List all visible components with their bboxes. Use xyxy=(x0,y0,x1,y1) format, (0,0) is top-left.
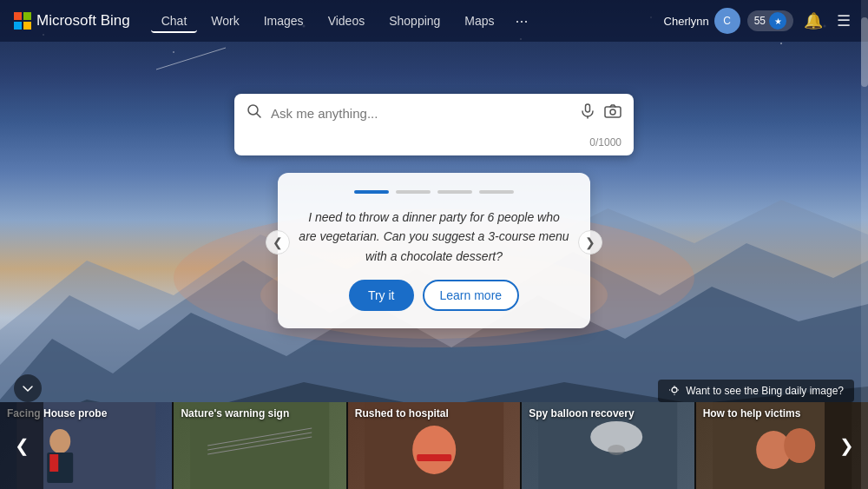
nav-maps[interactable]: Maps xyxy=(454,9,504,33)
points-value: 55 xyxy=(754,15,766,27)
search-input-row xyxy=(234,94,634,133)
nav-chat[interactable]: Chat xyxy=(151,9,198,33)
daily-image-label: Want to see the Bing daily image? xyxy=(686,385,844,397)
card-next-button[interactable]: ❯ xyxy=(578,230,602,254)
suggestion-card-wrapper: I need to throw a dinner party for 6 peo… xyxy=(278,155,590,328)
suggestion-card: I need to throw a dinner party for 6 peo… xyxy=(278,173,590,328)
nav-images[interactable]: Images xyxy=(253,9,314,33)
news-title-4: Spy balloon recovery xyxy=(529,407,687,420)
scroll-down-button[interactable] xyxy=(14,374,42,402)
news-title-2: Nature's warning sign xyxy=(181,407,339,420)
card-prev-button[interactable]: ❮ xyxy=(266,230,290,254)
search-icon xyxy=(247,103,262,123)
logo-text: Microsoft Bing xyxy=(36,12,130,30)
svg-point-20 xyxy=(610,109,615,115)
scrollbar[interactable] xyxy=(861,0,868,489)
nav-links: Chat Work Images Videos Shopping Maps ··… xyxy=(151,9,664,34)
search-actions xyxy=(580,102,621,124)
user-area[interactable]: Cherlynn C xyxy=(664,8,740,34)
svg-point-21 xyxy=(672,387,677,393)
logo-area[interactable]: Microsoft Bing xyxy=(14,12,130,30)
points-badge[interactable]: 55 ★ xyxy=(747,10,793,31)
menu-icon[interactable]: ☰ xyxy=(833,8,854,34)
nav-shopping[interactable]: Shopping xyxy=(378,9,450,33)
dot-2 xyxy=(396,190,431,194)
card-buttons: Try it Learn more xyxy=(299,280,569,311)
news-title-3: Rushed to hospital xyxy=(355,407,513,420)
more-nav-icon[interactable]: ··· xyxy=(509,9,536,34)
svg-rect-17 xyxy=(586,104,590,112)
reward-icon: ★ xyxy=(769,12,786,30)
dot-4 xyxy=(479,190,514,194)
svg-point-38 xyxy=(784,428,815,463)
svg-point-31 xyxy=(412,426,456,474)
notifications-icon[interactable]: 🔔 xyxy=(800,8,826,34)
learn-more-button[interactable]: Learn more xyxy=(423,280,520,311)
news-prev-button[interactable]: ❮ xyxy=(0,402,43,489)
search-counter: 0/1000 xyxy=(234,133,634,155)
mic-icon[interactable] xyxy=(580,103,595,123)
avatar: C xyxy=(714,8,740,34)
svg-rect-19 xyxy=(605,107,621,117)
location-icon xyxy=(668,385,681,397)
dot-1 xyxy=(354,190,389,194)
dot-3 xyxy=(437,190,472,194)
svg-point-23 xyxy=(49,429,70,453)
navbar: Microsoft Bing Chat Work Images Videos S… xyxy=(0,0,868,42)
svg-rect-12 xyxy=(23,12,31,20)
main-content: 0/1000 I need to throw a dinner party fo… xyxy=(0,42,868,328)
svg-rect-32 xyxy=(417,454,451,461)
bottom-section: Want to see the Bing daily image? ❮ Faci… xyxy=(0,402,868,489)
svg-line-16 xyxy=(257,114,261,118)
suggestion-text: I need to throw a dinner party for 6 peo… xyxy=(299,208,569,266)
nav-right: Cherlynn C 55 ★ 🔔 ☰ xyxy=(664,8,854,34)
search-input[interactable] xyxy=(271,106,571,121)
scrollbar-thumb[interactable] xyxy=(861,17,868,87)
search-container: 0/1000 xyxy=(234,94,634,155)
svg-rect-11 xyxy=(14,12,22,20)
nav-work[interactable]: Work xyxy=(201,9,249,33)
nav-videos[interactable]: Videos xyxy=(318,9,376,33)
try-it-button[interactable]: Try it xyxy=(349,280,414,311)
news-item-3[interactable]: Rushed to hospital xyxy=(348,402,520,489)
svg-rect-13 xyxy=(14,22,22,30)
news-item-2[interactable]: Nature's warning sign xyxy=(174,402,345,489)
news-item-4[interactable]: Spy balloon recovery xyxy=(522,402,694,489)
progress-dots xyxy=(299,190,569,194)
username-label: Cherlynn xyxy=(664,15,709,28)
svg-rect-14 xyxy=(23,22,31,30)
microsoft-logo-icon xyxy=(14,12,31,30)
camera-icon[interactable] xyxy=(604,102,621,124)
daily-image-badge[interactable]: Want to see the Bing daily image? xyxy=(658,380,854,402)
svg-rect-25 xyxy=(49,454,58,472)
svg-point-35 xyxy=(608,445,625,455)
news-strip: ❮ Facing House probe xyxy=(0,402,868,489)
